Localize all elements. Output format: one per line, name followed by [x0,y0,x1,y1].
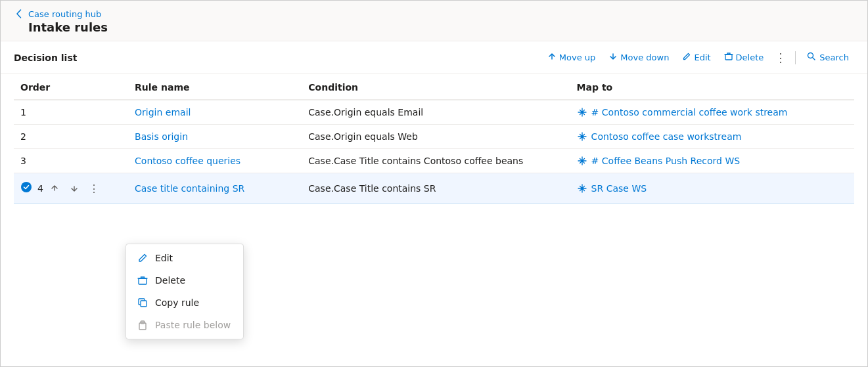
breadcrumb: Case routing hub [14,9,854,19]
toolbar-divider [795,51,796,64]
mapto-link[interactable]: Contoso coffee case workstream [591,131,742,142]
table-header: Order Rule name Condition Map to [14,74,854,100]
row-move-down-button[interactable] [66,180,83,197]
table-row-selected: 4 ⋮ [14,173,854,204]
row-move-up-button[interactable] [46,180,63,197]
cell-condition: Case.Case Title contains Contoso coffee … [302,149,570,173]
edit-menu-icon [137,253,148,263]
svg-point-1 [808,53,813,58]
cell-rulename: Contoso coffee queries [128,149,302,173]
row-more-button[interactable]: ⋮ [85,180,103,197]
menu-item-delete[interactable]: Delete [126,269,243,291]
workstream-icon [577,183,587,194]
col-header-order: Order [14,74,128,100]
table-row: 3 Contoso coffee queries Case.Case Title… [14,149,854,173]
move-down-icon [608,52,618,63]
order-number: 4 [37,183,43,194]
rule-link[interactable]: Case title containing SR [135,183,244,194]
menu-delete-label: Delete [155,275,185,286]
toolbar: Decision list Move up Move down [1,41,867,74]
cell-rulename: Origin email [128,100,302,125]
move-down-button[interactable]: Move down [603,49,674,66]
workstream-icon [577,131,587,142]
menu-item-copy[interactable]: Copy rule [126,291,243,314]
col-header-rulename: Rule name [128,74,302,100]
cell-order: 2 [14,125,128,149]
page-header: Case routing hub Intake rules [1,1,867,41]
cell-mapto: # Contoso commercial coffee work stream [570,100,854,125]
toolbar-actions: Move up Move down Edit [542,48,854,67]
menu-item-paste: Paste rule below [126,314,243,336]
back-button[interactable] [14,9,24,19]
rules-table-wrapper: Order Rule name Condition Map to 1 Origi… [1,74,867,204]
cell-mapto: # Coffee Beans Push Record WS [570,149,854,173]
menu-paste-label: Paste rule below [155,320,231,330]
cell-rulename: Basis origin [128,125,302,149]
cell-condition: Case.Origin equals Email [302,100,570,125]
move-up-icon [547,52,557,63]
context-menu: Edit Delete Copy rule [126,244,244,339]
move-up-label: Move up [559,53,596,62]
search-button[interactable]: Search [801,48,854,67]
breadcrumb-parent[interactable]: Case routing hub [28,9,101,19]
cell-condition-selected: Case.Case Title contains SR [302,173,570,204]
mapto-link[interactable]: # Contoso commercial coffee work stream [591,107,788,118]
move-down-label: Move down [620,53,669,62]
rule-link[interactable]: Contoso coffee queries [135,156,240,166]
svg-rect-4 [141,301,147,307]
rule-link[interactable]: Basis origin [135,131,188,142]
cell-mapto: Contoso coffee case workstream [570,125,854,149]
edit-icon [682,52,691,63]
mapto-link[interactable]: SR Case WS [591,183,647,194]
cell-condition: Case.Origin equals Web [302,125,570,149]
mapto-link[interactable]: # Coffee Beans Push Record WS [591,156,741,166]
delete-button[interactable]: Delete [719,49,769,66]
delete-icon [724,52,733,63]
more-options-button[interactable]: ⋮ [771,49,790,67]
table-body: 1 Origin email Case.Origin equals Email … [14,100,854,204]
copy-menu-icon [137,297,148,308]
col-header-mapto: Map to [570,74,854,100]
delete-menu-icon [137,275,148,286]
menu-item-edit[interactable]: Edit [126,247,243,269]
rule-link[interactable]: Origin email [135,107,191,118]
menu-edit-label: Edit [155,253,173,263]
cell-order: 3 [14,149,128,173]
svg-rect-3 [139,278,147,284]
svg-rect-0 [725,54,732,60]
workstream-icon [577,107,587,118]
paste-menu-icon [137,320,148,330]
table-row: 1 Origin email Case.Origin equals Email … [14,100,854,125]
delete-label: Delete [736,53,764,62]
cell-order-selected: 4 ⋮ [14,173,128,204]
cell-rulename-selected: Case title containing SR [128,173,302,204]
search-icon [806,51,817,64]
svg-point-2 [21,182,32,192]
col-header-condition: Condition [302,74,570,100]
decision-list-label: Decision list [14,53,77,63]
edit-button[interactable]: Edit [677,49,716,66]
workstream-icon [577,156,587,166]
page-title: Intake rules [28,20,854,34]
rules-table: Order Rule name Condition Map to 1 Origi… [14,74,854,204]
edit-label: Edit [694,53,710,62]
selected-check-icon [20,181,32,196]
search-label: Search [819,53,849,62]
cell-mapto-selected: SR Case WS [570,173,854,204]
table-row: 2 Basis origin Case.Origin equals Web Co… [14,125,854,149]
cell-order: 1 [14,100,128,125]
menu-copy-label: Copy rule [155,297,199,308]
move-up-button[interactable]: Move up [542,49,601,66]
